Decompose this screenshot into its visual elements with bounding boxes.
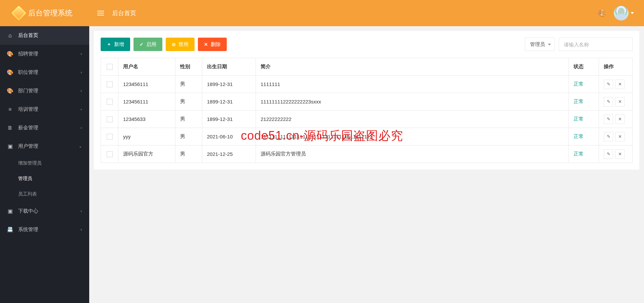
user-menu[interactable]: [614, 6, 634, 20]
add-button[interactable]: ＋新增: [101, 38, 130, 51]
cell-gender: 男: [175, 111, 202, 128]
cell-intro: 1111111111111111111111111111111111111111: [256, 128, 569, 145]
sidebar-item-3[interactable]: 🎨部门管理›: [0, 82, 89, 100]
theme-icon[interactable]: 🎨: [597, 9, 606, 17]
cell-gender: 男: [175, 93, 202, 111]
status-badge: 正常: [574, 133, 584, 139]
cell-intro: 21222222222: [256, 111, 569, 128]
cell-gender: 男: [175, 128, 202, 145]
row-checkbox[interactable]: [107, 99, 113, 105]
sidebar-item-label: 职位管理: [18, 69, 38, 76]
cell-status: 正常: [569, 145, 599, 163]
col-intro: 简介: [256, 58, 569, 76]
home-icon: ⌂: [7, 33, 13, 39]
sidebar-item-5[interactable]: 🗎薪金管理›: [0, 119, 89, 137]
cell-intro: 1111111: [256, 76, 569, 93]
row-checkbox[interactable]: [107, 134, 113, 140]
sidebar-item-label: 下载中心: [18, 208, 38, 214]
cell-status: 正常: [569, 111, 599, 128]
cell-gender: 男: [175, 76, 202, 93]
remove-button[interactable]: ✕: [615, 132, 625, 141]
sidebar-subitem-6-0[interactable]: 增加管理员: [0, 156, 89, 171]
avatar: [614, 6, 629, 20]
cell-gender: 男: [175, 145, 202, 163]
sidebar-item-1[interactable]: 🎨招聘管理›: [0, 45, 89, 63]
sidebar-item-8[interactable]: 📇系统管理›: [0, 220, 89, 239]
sidebar-item-2[interactable]: 🎨职位管理›: [0, 63, 89, 82]
cell-action: ✎ ✕: [599, 145, 633, 163]
col-status: 状态: [569, 58, 599, 76]
enable-label: 启用: [146, 41, 156, 48]
sidebar-subitem-6-2[interactable]: 员工列表: [0, 186, 89, 202]
ban-icon: ⊘: [172, 42, 176, 47]
calendar-icon: 📇: [7, 226, 13, 233]
table-row: yyy 男 2021-06-10 11111111111111111111111…: [101, 128, 633, 145]
edit-button[interactable]: ✎: [604, 149, 613, 159]
cell-birth: 1899-12-31: [202, 93, 256, 111]
logo-icon: [11, 5, 26, 20]
card: ＋新增 ✓启用 ⊘禁用 ✕删除 管理员 用户名 性别 出生日期 简介 状态 操作: [94, 31, 639, 170]
chevron-down-icon: ⌄: [79, 144, 82, 148]
sidebar-item-6[interactable]: ▣用户管理⌄: [0, 137, 89, 156]
header: 后台管理系统 后台首页 🎨: [0, 0, 644, 26]
logo-area[interactable]: 后台管理系统: [0, 0, 89, 26]
status-badge: 正常: [574, 98, 584, 104]
status-badge: 正常: [574, 116, 584, 122]
table-row: 123456111 男 1899-12-31 1111111 正常 ✎ ✕: [101, 76, 633, 93]
content: ＋新增 ✓启用 ⊘禁用 ✕删除 管理员 用户名 性别 出生日期 简介 状态 操作: [89, 26, 644, 303]
role-select[interactable]: 管理员: [525, 38, 555, 51]
sidebar-item-label: 招聘管理: [18, 51, 38, 57]
edit-button[interactable]: ✎: [604, 132, 613, 141]
cell-intro: 源码乐园官方管理员: [256, 145, 569, 163]
header-right: 🎨: [597, 6, 644, 20]
remove-button[interactable]: ✕: [615, 115, 625, 124]
sidebar-item-label: 薪金管理: [18, 125, 38, 131]
menu-toggle-icon[interactable]: [97, 11, 104, 15]
search-area: 管理员: [525, 38, 633, 51]
admin-table: 用户名 性别 出生日期 简介 状态 操作 123456111 男 1899-12…: [101, 58, 633, 163]
edit-button[interactable]: ✎: [604, 115, 613, 124]
row-checkbox[interactable]: [107, 81, 113, 87]
sidebar-item-label: 用户管理: [18, 143, 38, 149]
header-main: 后台首页: [89, 9, 597, 17]
cell-birth: 2021-12-25: [202, 145, 256, 163]
row-checkbox[interactable]: [107, 116, 113, 122]
disable-label: 禁用: [178, 41, 189, 48]
chevron-right-icon: ›: [80, 71, 82, 74]
cell-status: 正常: [569, 93, 599, 111]
sidebar-item-0[interactable]: ⌂后台首页: [0, 26, 89, 45]
edit-button[interactable]: ✎: [604, 80, 613, 89]
search-input[interactable]: [559, 38, 633, 51]
remove-button[interactable]: ✕: [615, 97, 625, 106]
delete-button[interactable]: ✕删除: [198, 38, 227, 51]
palette-icon: 🎨: [7, 69, 13, 76]
js-icon: ▣: [7, 143, 13, 149]
cell-username: 123456111: [118, 76, 175, 93]
col-gender: 性别: [175, 58, 202, 76]
breadcrumb[interactable]: 后台首页: [112, 9, 136, 17]
sidebar-item-4[interactable]: ≡培训管理›: [0, 100, 89, 119]
sidebar-item-label: 系统管理: [18, 226, 38, 233]
list-icon: ≡: [7, 106, 13, 113]
file-icon: 🗎: [7, 125, 13, 131]
chevron-down-icon: [631, 12, 634, 14]
col-birth: 出生日期: [202, 58, 256, 76]
sidebar-subitem-6-1[interactable]: 管理员: [0, 171, 89, 186]
remove-button[interactable]: ✕: [615, 149, 625, 159]
chevron-right-icon: ›: [80, 89, 82, 93]
sidebar-item-label: 部门管理: [18, 88, 38, 94]
delete-label: 删除: [211, 41, 221, 48]
enable-button[interactable]: ✓启用: [133, 38, 162, 51]
cell-action: ✎ ✕: [599, 111, 633, 128]
cell-username: yyy: [118, 128, 175, 145]
edit-button[interactable]: ✎: [604, 97, 613, 106]
sidebar-item-label: 培训管理: [18, 106, 38, 113]
sidebar-item-7[interactable]: ▣下载中心›: [0, 202, 89, 220]
select-all-checkbox[interactable]: [107, 64, 113, 70]
cell-intro: 111111112222222223sxxx: [256, 93, 569, 111]
row-checkbox[interactable]: [107, 151, 113, 157]
toolbar: ＋新增 ✓启用 ⊘禁用 ✕删除 管理员: [101, 38, 633, 51]
palette-icon: 🎨: [7, 51, 13, 57]
remove-button[interactable]: ✕: [615, 80, 625, 89]
disable-button[interactable]: ⊘禁用: [166, 38, 195, 51]
